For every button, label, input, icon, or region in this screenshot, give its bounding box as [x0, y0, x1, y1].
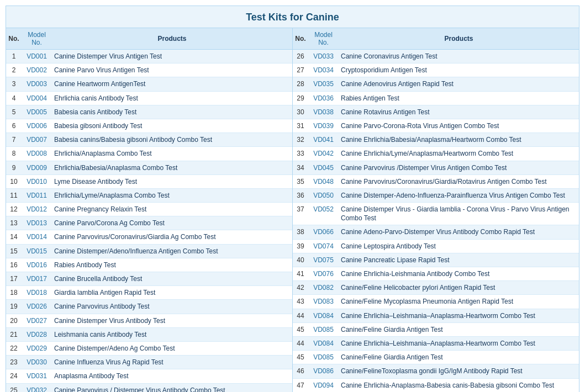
row-model: VD001 [22, 50, 52, 63]
row-no: 2 [6, 63, 22, 77]
table-row: 13 VD013 Canine Parvo/Corona Ag Combo Te… [6, 216, 292, 230]
row-product: Canine Heartworm AntigenTest [52, 77, 292, 91]
row-model: VD083 [308, 295, 339, 309]
table-row: 32 VD041 Canine Ehrlichia/Babesia/Anapla… [293, 133, 579, 147]
table-row: 2 VD002 Canine Parvo Virus Antigen Test [6, 63, 292, 77]
row-product: Canine/Feline Helicobacter pylori Antige… [339, 281, 579, 295]
row-model: VD045 [308, 161, 339, 174]
row-model: VD028 [22, 327, 52, 341]
header-no-right: No. [293, 28, 308, 50]
row-no: 39 [293, 239, 308, 253]
row-model: VD005 [22, 105, 52, 119]
table-row: 8 VD008 Ehrlichia/Anaplasma Combo Test [6, 147, 292, 161]
left-table: No. Model No. Products 1 VD001 Canine Di… [6, 28, 293, 392]
row-model: VD086 [308, 364, 339, 378]
table-row: 6 VD006 Babesia gibsoni Antibody Test [6, 119, 292, 133]
row-product: Rabies Antigen Test [339, 91, 579, 105]
row-product: Canine/Feline Giardia Antigen Test [339, 322, 579, 336]
table-row: 44 VD084 Canine Ehrlichia–Leishmania–Ana… [293, 336, 579, 350]
row-model: VD075 [308, 253, 339, 267]
row-model: VD084 [308, 336, 339, 350]
row-product: Canine Rotavirus Antigen Test [339, 105, 579, 119]
row-model: VD048 [308, 174, 339, 188]
row-no: 29 [293, 91, 308, 105]
table-row: 31 VD039 Canine Parvo-Corona-Rota Virus … [293, 119, 579, 133]
header-no-left: No. [6, 28, 22, 50]
row-product: Canine/FelineToxoplasma gondii IgG/IgM A… [339, 364, 579, 378]
row-no: 44 [293, 309, 308, 322]
table-row: 34 VD045 Canine Parvovirus /Distemper Vi… [293, 161, 579, 174]
row-model: VD082 [308, 281, 339, 295]
row-model: VD013 [22, 216, 52, 230]
row-product: Canine Parvo/Corona Ag Combo Test [52, 216, 292, 230]
row-product: Babesia canins/Babesia gibsoni Antibody … [52, 133, 292, 147]
row-model: VD010 [22, 174, 52, 188]
row-no: 15 [6, 244, 22, 258]
row-model: VD029 [22, 341, 52, 355]
table-row: 27 VD034 Cryptosporidium Antigen Test [293, 63, 579, 77]
table-row: 25 VD032 Canine Parvovirus / Distemper V… [6, 383, 292, 392]
row-product: Babesia canis Antibody Test [52, 105, 292, 119]
row-product: Canine Ehrlichia–Leishmania–Anaplasma-He… [339, 309, 579, 322]
row-model: VD039 [308, 119, 339, 133]
row-no: 24 [6, 369, 22, 383]
row-product: Canine Ehrlichia-Anaplasma-Babesia canis… [339, 378, 579, 392]
row-product: Canine Leptospira Antibody Test [339, 239, 579, 253]
row-model: VD094 [308, 378, 339, 392]
table-row: 40 VD075 Canine Pancreatic Lipase Rapid … [293, 253, 579, 267]
row-model: VD034 [308, 63, 339, 77]
row-model: VD050 [308, 188, 339, 202]
row-no: 35 [293, 174, 308, 188]
row-product: Canine Parvovirus/Coronavirus/Giardia/Ro… [339, 174, 579, 188]
row-product: Canine Distemper Virus - Giardia lamblia… [339, 203, 579, 225]
row-no: 43 [293, 295, 308, 309]
row-no: 47 [293, 378, 308, 392]
row-no: 13 [6, 216, 22, 230]
table-row: 15 VD015 Canine Distemper/Adeno/Influenz… [6, 244, 292, 258]
table-row: 47 VD094 Canine Ehrlichia-Anaplasma-Babe… [293, 378, 579, 392]
row-no: 23 [6, 356, 22, 369]
row-model: VD015 [22, 244, 52, 258]
row-no: 7 [6, 133, 22, 147]
table-row: 24 VD031 Anaplasma Antibody Test [6, 369, 292, 383]
row-model: VD009 [22, 161, 52, 174]
table-row: 41 VD076 Canine Ehrlichia-Leishmania Ant… [293, 267, 579, 281]
row-no: 30 [293, 105, 308, 119]
row-product: Canine Parvo-Corona-Rota Virus Antigen C… [339, 119, 579, 133]
table-row: 18 VD018 Giardia lamblia Antigen Rapid T… [6, 286, 292, 300]
row-product: Canine Parvovirus Antibody Test [52, 300, 292, 314]
row-no: 21 [6, 327, 22, 341]
row-product: Canine Parvovirus/Coronavirus/Giardia Ag… [52, 230, 292, 244]
row-model: VD084 [308, 309, 339, 322]
row-model: VD026 [22, 300, 52, 314]
row-no: 8 [6, 147, 22, 161]
table-row: 23 VD030 Canine Influenza Virus Ag Rapid… [6, 356, 292, 369]
table-row: 17 VD017 Canine Brucella Antibody Test [6, 272, 292, 286]
header-model-right: Model No. [308, 28, 339, 50]
row-model: VD012 [22, 203, 52, 216]
table-row: 30 VD038 Canine Rotavirus Antigen Test [293, 105, 579, 119]
row-model: VD035 [308, 77, 339, 91]
row-product: Ehrlichia/Babesia/Anaplasma Combo Test [52, 161, 292, 174]
row-product: Canine Ehrlichia-Leishmania Antibody Com… [339, 267, 579, 281]
row-model: VD006 [22, 119, 52, 133]
row-product: Canine Parvovirus /Distemper Virus Antig… [339, 161, 579, 174]
table-row: 12 VD012 Canine Pregnancy Relaxin Test [6, 203, 292, 216]
table-row: 20 VD027 Canine Distemper Virus Antibody… [6, 314, 292, 327]
row-no: 12 [6, 203, 22, 216]
table-row: 36 VD050 Canine Distemper-Adeno-Influenz… [293, 188, 579, 202]
table-row: 4 VD004 Ehrlichia canis Antibody Test [6, 91, 292, 105]
table-row: 33 VD042 Canine Ehrlichia/Lyme/Anaplasma… [293, 147, 579, 161]
table-row: 21 VD028 Leishmania canis Antibody Test [6, 327, 292, 341]
row-no: 32 [293, 133, 308, 147]
row-no: 25 [6, 383, 22, 392]
row-model: VD008 [22, 147, 52, 161]
row-model: VD038 [308, 105, 339, 119]
row-no: 45 [293, 322, 308, 336]
row-model: VD017 [22, 272, 52, 286]
row-no: 33 [293, 147, 308, 161]
table-row: 28 VD035 Canine Adenovirus Antigen Rapid… [293, 77, 579, 91]
row-product: Ehrlichia/Lyme/Anaplasma Combo Test [52, 188, 292, 202]
table-row: 1 VD001 Canine Distemper Virus Antigen T… [6, 50, 292, 63]
table-row: 37 VD052 Canine Distemper Virus - Giardi… [293, 203, 579, 225]
